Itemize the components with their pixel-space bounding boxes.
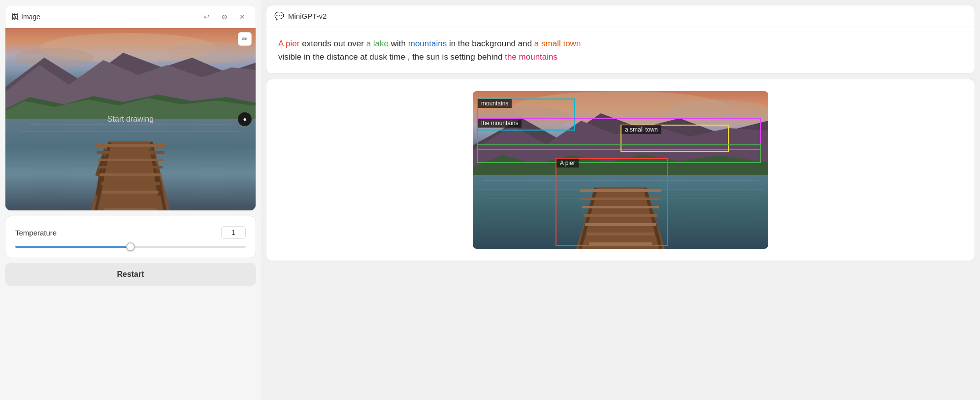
controls-section: Temperature 1 (5, 216, 256, 258)
draw-cursor: ● (238, 112, 252, 126)
text-mountains: mountains (408, 39, 447, 48)
slider-track (15, 246, 246, 248)
image-icon: 🖼 (11, 13, 18, 21)
slider-fill (15, 246, 131, 248)
text-small-town: a small town (534, 39, 581, 48)
response-card: 💬 MiniGPT-v2 A pier extends out over a l… (266, 5, 975, 74)
temperature-label: Temperature (15, 229, 57, 237)
svg-rect-26 (104, 208, 157, 210)
text-lake: a lake (366, 39, 389, 48)
restart-button[interactable]: Restart (5, 263, 256, 286)
right-panel: 💬 MiniGPT-v2 A pier extends out over a l… (261, 0, 980, 400)
annotated-image-wrapper: mountains the mountains a small town A p… (473, 91, 768, 249)
svg-rect-22 (99, 173, 162, 176)
scene-svg (5, 28, 256, 210)
response-text: A pier extends out over a lake with moun… (266, 27, 975, 73)
svg-rect-24 (102, 191, 159, 194)
response-header: 💬 MiniGPT-v2 (266, 5, 975, 27)
annotation-pier: A pier (555, 158, 668, 246)
image-title: 🖼 Image (11, 13, 40, 21)
temperature-value[interactable]: 1 (221, 226, 246, 239)
annotated-image-card: mountains the mountains a small town A p… (266, 79, 975, 261)
paint-tool-icon[interactable]: ✏ (238, 32, 252, 46)
text-visible: visible in the distance at dusk time , t… (278, 52, 505, 62)
svg-rect-23 (101, 182, 160, 185)
text-in-background: in the background and (449, 39, 534, 48)
text-with: with (391, 39, 408, 48)
svg-rect-21 (98, 166, 163, 168)
svg-rect-20 (98, 159, 163, 161)
image-label: Image (21, 13, 40, 21)
annotation-small-town-label: a small town (621, 125, 661, 134)
minigpt-label: MiniGPT-v2 (288, 12, 327, 20)
svg-rect-25 (103, 200, 158, 203)
image-canvas[interactable]: Start drawing ✏ ● (5, 28, 256, 210)
temperature-slider[interactable] (15, 246, 246, 248)
chat-icon: 💬 (274, 11, 284, 21)
image-controls: ↩ ⊙ ✕ (199, 9, 250, 24)
text-extends: extends out over (302, 39, 366, 48)
text-pier: A pier (278, 39, 299, 48)
svg-rect-19 (97, 151, 164, 154)
annotation-pier-label: A pier (556, 159, 579, 167)
annotation-the-mountains-label: the mountains (478, 119, 522, 128)
erase-button[interactable]: ⊙ (217, 9, 232, 24)
close-button[interactable]: ✕ (235, 9, 250, 24)
svg-rect-18 (95, 144, 166, 147)
image-header: 🖼 Image ↩ ⊙ ✕ (5, 5, 256, 28)
annotation-mountains-label: mountains (478, 99, 512, 108)
slider-thumb[interactable] (126, 242, 135, 251)
text-the-mountains: the mountains (505, 52, 557, 62)
reset-button[interactable]: ↩ (199, 9, 214, 24)
temperature-row: Temperature 1 (15, 226, 246, 239)
left-panel: 🖼 Image ↩ ⊙ ✕ (0, 0, 261, 400)
image-section: 🖼 Image ↩ ⊙ ✕ (5, 5, 256, 211)
